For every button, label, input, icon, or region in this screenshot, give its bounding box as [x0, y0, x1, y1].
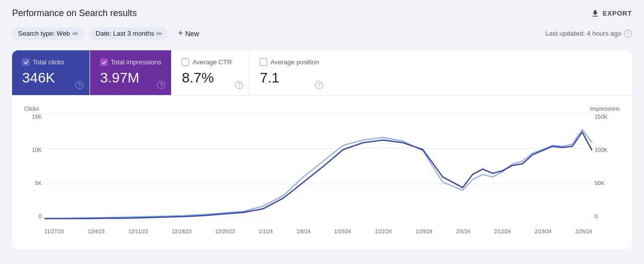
chart-svg-container: [44, 114, 592, 219]
impressions-checkbox[interactable]: [100, 58, 108, 66]
main-card: Total clicks 346K ? Total impressions 3.…: [12, 50, 632, 249]
date-filter[interactable]: Date: Last 3 months ✏: [90, 27, 169, 40]
position-value: 7.1: [260, 70, 319, 86]
clicks-value: 346K: [22, 70, 79, 86]
search-type-filter[interactable]: Search type: Web ✏: [12, 27, 85, 40]
new-button[interactable]: + New: [174, 26, 203, 41]
last-updated-info-icon[interactable]: i: [624, 30, 632, 38]
x-axis: 11/27/23 12/4/23 12/11/23 12/18/23 12/25…: [44, 226, 592, 234]
clicks-checkbox[interactable]: [22, 58, 30, 66]
date-edit-icon: ✏: [156, 30, 163, 38]
metric-tile-average-ctr[interactable]: Average CTR 8.7% ?: [172, 50, 250, 95]
ctr-help-icon[interactable]: ?: [235, 81, 243, 89]
impressions-help-icon[interactable]: ?: [157, 81, 165, 89]
top-bar: Performance on Search results EXPORT: [12, 8, 632, 19]
y-axis-left: 15K 10K 5K 0: [24, 114, 42, 219]
ctr-checkbox[interactable]: [182, 58, 189, 66]
impressions-label: Total impressions: [111, 58, 161, 66]
ctr-label: Average CTR: [192, 58, 232, 66]
page-container: Performance on Search results EXPORT Sea…: [0, 0, 644, 249]
export-icon: [591, 9, 600, 18]
metric-header-clicks: Total clicks: [22, 58, 79, 66]
search-type-edit-icon: ✏: [72, 30, 78, 38]
filter-bar: Search type: Web ✏ Date: Last 3 months ✏…: [12, 26, 632, 41]
right-axis-label: Impressions: [590, 106, 620, 112]
ctr-value: 8.7%: [182, 70, 239, 86]
y-axis-right: 150K 100K 50K 0: [595, 114, 620, 219]
last-updated: Last updated: 4 hours ago i: [545, 30, 632, 38]
plus-icon: +: [178, 28, 183, 39]
check-icon: [24, 60, 29, 65]
metric-tile-total-clicks[interactable]: Total clicks 346K ?: [12, 50, 90, 95]
clicks-help-icon[interactable]: ?: [75, 81, 84, 89]
position-help-icon[interactable]: ?: [315, 81, 323, 89]
chart-area: Clicks Impressions 15K 10K 5K 0 150K 100…: [12, 96, 632, 249]
metric-header-impressions: Total impressions: [100, 58, 161, 66]
chart-axis-labels: Clicks Impressions: [24, 106, 620, 112]
metrics-row: Total clicks 346K ? Total impressions 3.…: [12, 50, 632, 96]
export-button[interactable]: EXPORT: [591, 9, 632, 18]
metric-tile-average-position[interactable]: Average position 7.1 ?: [250, 50, 329, 95]
position-label: Average position: [270, 58, 319, 66]
left-axis-label: Clicks: [24, 106, 39, 112]
position-checkbox[interactable]: [260, 58, 267, 66]
clicks-label: Total clicks: [33, 58, 64, 66]
filter-left: Search type: Web ✏ Date: Last 3 months ✏…: [12, 26, 203, 41]
chart-svg: [44, 114, 592, 219]
page-title: Performance on Search results: [12, 8, 137, 19]
metric-header-position: Average position: [260, 58, 319, 66]
impressions-value: 3.97M: [100, 70, 161, 86]
metric-header-ctr: Average CTR: [182, 58, 239, 66]
metric-tile-total-impressions[interactable]: Total impressions 3.97M ?: [90, 50, 172, 95]
chart-wrapper: 15K 10K 5K 0 150K 100K 50K 0: [24, 114, 620, 234]
impressions-line: [44, 130, 592, 218]
clicks-line: [44, 132, 592, 219]
check-icon-impressions: [102, 60, 107, 65]
